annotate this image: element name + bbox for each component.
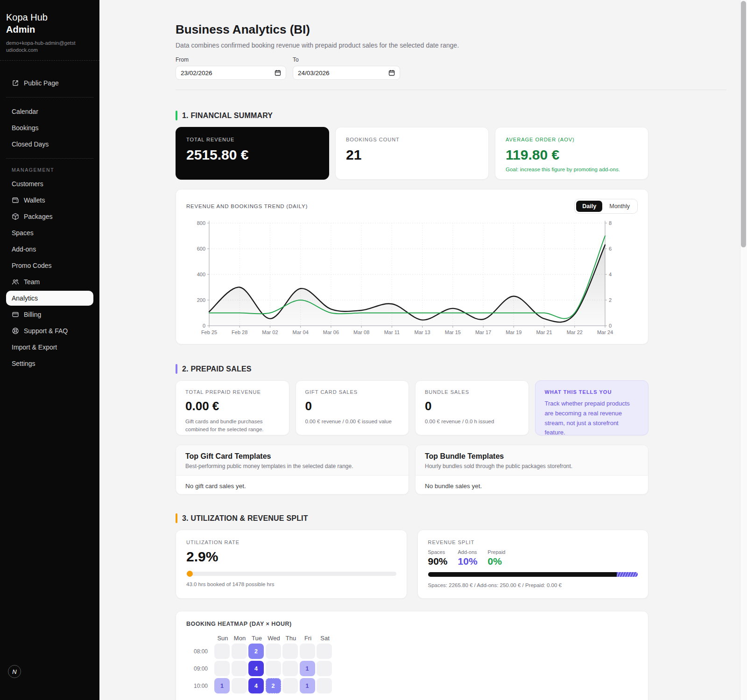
revenue-split-bar	[428, 572, 638, 577]
split-segment-pct: 0%	[488, 556, 506, 567]
revenue-split-card: REVENUE SPLIT Spaces90%Add-ons10%Prepaid…	[417, 530, 649, 599]
toggle-daily-button[interactable]: Daily	[576, 201, 602, 212]
card-subtitle: Best-performing public money templates i…	[185, 463, 399, 469]
brand-line2: Admin	[6, 23, 93, 35]
heatmap-row: 09:0041	[186, 661, 638, 676]
sidebar-item-billing[interactable]: Billing	[6, 307, 93, 322]
sidebar-item-packages[interactable]: Packages	[6, 209, 93, 224]
heatmap-time-label: 08:00	[186, 648, 214, 655]
sidebar-item-label: Promo Codes	[12, 262, 52, 269]
heatmap-cell	[282, 661, 298, 676]
svg-text:400: 400	[197, 272, 205, 277]
svg-text:600: 600	[197, 246, 205, 252]
utilization-value: 2.9%	[186, 549, 396, 565]
svg-text:Mar 11: Mar 11	[384, 329, 400, 335]
heatmap-cell	[214, 644, 230, 659]
sidebar-nav-top: CalendarBookingsClosed Days	[6, 104, 93, 152]
utilization-progress-track	[186, 572, 396, 576]
sidebar-item-label: Billing	[24, 311, 41, 318]
sidebar-item-label: Packages	[24, 213, 52, 220]
heatmap-day-header: Sun	[214, 635, 231, 642]
total-revenue-card: TOTAL REVENUE 2515.80 €	[176, 127, 329, 180]
to-date-input[interactable]: 24/03/2026	[293, 66, 400, 80]
svg-text:Mar 08: Mar 08	[353, 329, 369, 335]
calendar-icon	[275, 70, 281, 76]
heatmap-cell: 1	[214, 678, 230, 693]
trend-chart-svg: 020040060080002468Feb 25Feb 28Mar 02Mar …	[186, 218, 639, 339]
bookings-count-card: BOOKINGS COUNT 21	[335, 127, 489, 180]
sidebar-item-label: Import & Export	[12, 343, 57, 351]
top-gift-card-templates-card: Top Gift Card Templates Best-performing …	[176, 445, 409, 495]
sidebar-item-settings[interactable]: Settings	[6, 356, 93, 371]
toggle-monthly-button[interactable]: Monthly	[603, 201, 636, 212]
trend-chart-card: REVENUE AND BOOKINGS TREND (DAILY) Daily…	[176, 189, 648, 344]
sidebar-item-add-ons[interactable]: Add-ons	[6, 242, 93, 257]
sidebar-item-support-faq[interactable]: Support & FAQ	[6, 323, 93, 338]
svg-text:Mar 15: Mar 15	[445, 329, 461, 335]
sidebar-item-spaces[interactable]: Spaces	[6, 225, 93, 240]
sidebar-item-label: Customers	[12, 180, 43, 188]
sidebar-item-label: Closed Days	[12, 140, 49, 148]
sidebar-nav-management: CustomersWalletsPackagesSpacesAdd-onsPro…	[6, 176, 93, 371]
help-icon	[12, 327, 19, 335]
split-segment-name: Spaces	[428, 549, 448, 555]
svg-text:Feb 25: Feb 25	[201, 329, 217, 335]
booking-heatmap-card: BOOKING HEATMAP (DAY × HOUR) SunMonTueWe…	[176, 611, 648, 700]
sidebar-item-team[interactable]: Team	[6, 274, 93, 289]
heatmap-cell	[317, 644, 332, 659]
sidebar-item-promo-codes[interactable]: Promo Codes	[6, 258, 93, 273]
card-label: WHAT THIS TELLS YOU	[545, 389, 639, 395]
svg-text:Mar 21: Mar 21	[536, 329, 552, 335]
heatmap-title: BOOKING HEATMAP (DAY × HOUR)	[186, 621, 638, 627]
split-segment-spaces: Spaces90%	[428, 549, 448, 567]
sidebar-item-customers[interactable]: Customers	[6, 176, 93, 191]
sidebar-divider	[6, 158, 93, 159]
package-icon	[12, 213, 19, 220]
sidebar-item-import-export[interactable]: Import & Export	[6, 340, 93, 355]
heatmap-cell	[317, 661, 332, 676]
granularity-toggle: Daily Monthly	[574, 199, 638, 214]
empty-state-text: No bundle sales yet.	[416, 476, 648, 495]
sidebar-item-label: Public Page	[24, 79, 59, 87]
utilization-rate-card: UTILIZATION RATE 2.9% 43.0 hrs booked of…	[176, 530, 407, 599]
series-line-bookings	[209, 236, 605, 319]
logo-letter: N	[12, 668, 16, 675]
svg-text:Mar 17: Mar 17	[475, 329, 491, 335]
card-note: Track whether prepaid products are becom…	[545, 399, 639, 438]
revenue-split-legend: Spaces90%Add-ons10%Prepaid0%	[428, 549, 638, 567]
section-title-utilization: 3. UTILIZATION & REVENUE SPLIT	[182, 514, 308, 523]
svg-text:Feb 28: Feb 28	[232, 329, 247, 335]
svg-text:Mar 22: Mar 22	[567, 329, 583, 335]
section-title-prepaid: 2. PREPAID SALES	[182, 365, 252, 373]
sidebar-item-analytics[interactable]: Analytics	[6, 291, 93, 306]
from-date-input[interactable]: 23/02/2026	[176, 66, 286, 80]
divider	[176, 90, 726, 90]
sidebar-item-bookings[interactable]: Bookings	[6, 120, 93, 135]
heatmap-cell	[232, 661, 247, 676]
svg-text:4: 4	[609, 272, 612, 277]
sidebar-item-wallets[interactable]: Wallets	[6, 193, 93, 208]
card-label: BOOKINGS COUNT	[346, 137, 478, 142]
split-bar-spaces	[428, 572, 617, 577]
sidebar-item-label: Bookings	[12, 124, 39, 132]
card-note: 0.00 € revenue / 0.0 h issued	[425, 418, 519, 426]
heatmap-time-label: 10:00	[186, 683, 214, 689]
card-label: GIFT CARD SALES	[305, 389, 400, 395]
heatmap-row: 10:001421	[186, 678, 638, 693]
split-segment-name: Prepaid	[488, 549, 506, 555]
sidebar-item-public-page[interactable]: Public Page	[6, 76, 93, 91]
sidebar-item-closed-days[interactable]: Closed Days	[6, 137, 93, 152]
card-label: UTILIZATION RATE	[186, 539, 396, 545]
card-title: Top Gift Card Templates	[185, 452, 399, 461]
chart-title: REVENUE AND BOOKINGS TREND (DAILY)	[186, 203, 308, 209]
card-title: Top Bundle Templates	[425, 452, 639, 461]
svg-text:Mar 19: Mar 19	[506, 329, 521, 335]
utilization-note: 43.0 hrs booked of 1478 possible hrs	[186, 581, 396, 587]
sidebar-item-calendar[interactable]: Calendar	[6, 104, 93, 119]
sidebar-item-label: Team	[24, 278, 40, 286]
sidebar-item-label: Wallets	[24, 196, 45, 204]
scrollbar-thumb[interactable]	[741, 1, 746, 247]
revenue-split-note: Spaces: 2265.80 € / Add-ons: 250.00 € / …	[428, 582, 638, 588]
split-segment-pct: 10%	[458, 556, 478, 567]
scrollbar-track[interactable]	[740, 0, 747, 700]
